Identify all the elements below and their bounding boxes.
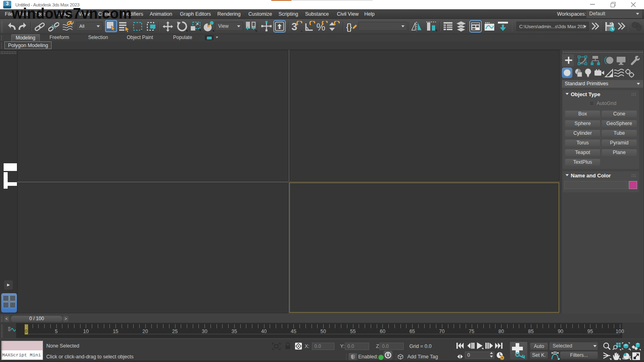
svg-text:3: 3	[291, 21, 297, 32]
svg-text:%: %	[316, 21, 325, 32]
svg-text:{}: {}	[346, 22, 352, 32]
